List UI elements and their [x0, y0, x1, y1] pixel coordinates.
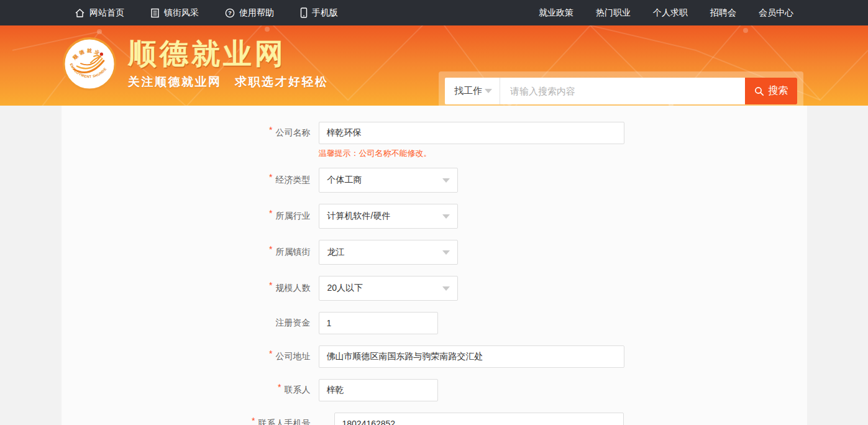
required-asterisk: *: [269, 280, 272, 290]
field-label-col: *所属镇街: [62, 247, 319, 258]
search-bar: 找工作 搜索: [445, 78, 797, 104]
field-input[interactable]: [334, 413, 624, 425]
field-control: [319, 345, 624, 368]
nav-item-label: 镇街风采: [164, 7, 199, 19]
field-input[interactable]: [319, 345, 624, 368]
field-label-col: *公司地址: [62, 351, 319, 362]
required-asterisk: *: [269, 349, 272, 359]
required-asterisk: *: [269, 125, 272, 135]
field-control: 计算机软件/硬件: [319, 204, 458, 229]
required-asterisk: *: [269, 244, 272, 254]
field-control: 20人以下: [319, 276, 458, 301]
field-label: 所属镇街: [276, 247, 311, 257]
field-select-value: 龙江: [327, 247, 345, 258]
nav-item-手机版[interactable]: 手机版: [300, 7, 338, 19]
search-button[interactable]: 搜索: [745, 78, 797, 104]
top-nav-left-group: 网站首页 镇街风采 ? 使用帮助 手机版: [75, 7, 338, 19]
field-label: 所属行业: [276, 211, 311, 221]
chevron-down-icon: [485, 89, 492, 93]
nav-item-热门职业[interactable]: 热门职业: [596, 7, 631, 19]
field-control: 个体工商: [319, 168, 458, 193]
field-label-col: *经济类型: [62, 175, 319, 186]
nav-item-label: 手机版: [312, 7, 338, 19]
search-icon: [754, 86, 764, 96]
form-row: *所属镇街 龙江: [62, 240, 807, 265]
help-icon: ?: [225, 8, 235, 18]
search-category-dropdown[interactable]: 找工作: [445, 78, 500, 104]
chevron-down-icon: [442, 178, 450, 183]
nav-item-招聘会[interactable]: 招聘会: [710, 7, 736, 19]
nav-item-label: 招聘会: [710, 7, 736, 19]
chevron-down-icon: [442, 286, 450, 291]
nav-item-镇街风采[interactable]: 镇街风采: [150, 7, 199, 19]
field-select[interactable]: 龙江: [319, 240, 458, 265]
field-input[interactable]: [319, 312, 438, 334]
search-input[interactable]: [500, 78, 745, 104]
field-label: 经济类型: [276, 175, 311, 185]
search-button-label: 搜索: [769, 85, 788, 98]
brand-block: 顺德就业 EMPLOYMENT SHUNDE 顺德就业网 关注顺德就业网 求职选…: [62, 37, 329, 91]
field-label: 规模人数: [276, 283, 311, 293]
field-label-col: *注册资金: [62, 318, 319, 329]
field-input[interactable]: [319, 122, 624, 144]
home-icon: [75, 8, 85, 18]
field-control: [319, 312, 438, 334]
nav-item-label: 个人求职: [653, 7, 688, 19]
site-title: 顺德就业网: [128, 38, 329, 70]
field-label-col: *所属行业: [62, 211, 319, 222]
field-hint-row: 温馨提示：公司名称不能修改。: [62, 148, 807, 159]
top-nav: 网站首页 镇街风采 ? 使用帮助 手机版 就业政策 热门职业 个人求职 招聘会 …: [0, 0, 868, 25]
required-asterisk: *: [269, 208, 272, 218]
field-label: 联系人手机号: [258, 418, 311, 425]
field-control: [319, 413, 624, 425]
mobile-icon: [300, 7, 308, 18]
field-select-value: 个体工商: [327, 175, 362, 186]
field-control: [319, 122, 624, 144]
form-row: *联系人手机号: [62, 413, 807, 425]
field-select[interactable]: 计算机软件/硬件: [319, 204, 458, 229]
shunde-employment-logo[interactable]: 顺德就业 EMPLOYMENT SHUNDE: [62, 37, 117, 91]
form-row: *经济类型 个体工商: [62, 168, 807, 193]
field-hint-text: 温馨提示：公司名称不能修改。: [319, 148, 432, 159]
form-row: *注册资金: [62, 312, 807, 334]
field-label-col: *公司名称: [62, 127, 319, 139]
field-select-value: 计算机软件/硬件: [327, 211, 391, 222]
content-panel: *公司名称 温馨提示：公司名称不能修改。 *经济类型 个体工商 *所属行业 计算…: [62, 106, 807, 425]
field-select-value: 20人以下: [327, 283, 363, 294]
required-asterisk: *: [252, 416, 255, 425]
nav-item-label: 热门职业: [596, 7, 631, 19]
field-control: [319, 379, 438, 401]
svg-text:?: ?: [228, 10, 232, 16]
field-label-col: *联系人手机号: [62, 418, 319, 425]
field-label: 注册资金: [276, 318, 311, 327]
nav-item-label: 网站首页: [89, 7, 124, 19]
brand-text: 顺德就业网 关注顺德就业网 求职选才好轻松: [128, 38, 329, 90]
field-label: 公司地址: [276, 351, 311, 361]
field-select[interactable]: 个体工商: [319, 168, 458, 193]
field-input[interactable]: [319, 379, 438, 401]
nav-item-个人求职[interactable]: 个人求职: [653, 7, 688, 19]
search-module: 找工作 搜索: [439, 71, 803, 106]
site-tagline: 关注顺德就业网 求职选才好轻松: [128, 74, 329, 90]
top-nav-right-group: 就业政策 热门职业 个人求职 招聘会 会员中心: [539, 7, 793, 19]
field-label: 公司名称: [276, 127, 311, 137]
site-header: 顺德就业 EMPLOYMENT SHUNDE 顺德就业网 关注顺德就业网 求职选…: [0, 25, 868, 106]
field-label: 联系人: [285, 385, 311, 395]
nav-item-会员中心[interactable]: 会员中心: [759, 7, 793, 19]
field-label-col: *规模人数: [62, 283, 319, 294]
company-form: *公司名称 温馨提示：公司名称不能修改。 *经济类型 个体工商 *所属行业 计算…: [62, 122, 807, 425]
form-row: *联系人: [62, 379, 807, 401]
chevron-down-icon: [442, 214, 450, 219]
nav-item-label: 会员中心: [759, 7, 793, 19]
nav-item-网站首页[interactable]: 网站首页: [75, 7, 124, 19]
field-control: 龙江: [319, 240, 458, 265]
nav-item-使用帮助[interactable]: ? 使用帮助: [225, 7, 274, 19]
field-select[interactable]: 20人以下: [319, 276, 458, 301]
form-row: *公司地址: [62, 345, 807, 368]
nav-item-label: 就业政策: [539, 7, 573, 19]
required-asterisk: *: [278, 382, 281, 392]
field-label-col: *联系人: [62, 385, 319, 396]
nav-item-就业政策[interactable]: 就业政策: [539, 7, 573, 19]
required-asterisk: *: [269, 172, 272, 182]
form-row: *所属行业 计算机软件/硬件: [62, 204, 807, 229]
